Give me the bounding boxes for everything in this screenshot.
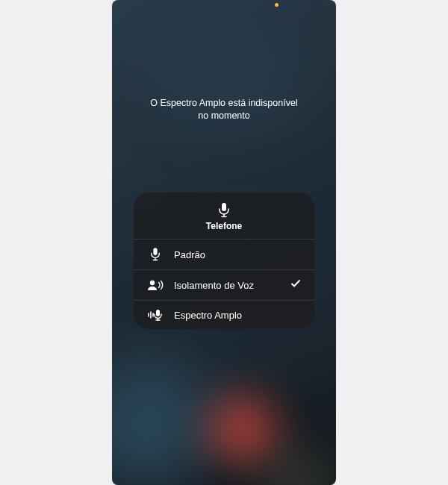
wide-spectrum-icon	[147, 309, 164, 321]
mic-mode-option-voice-isolation[interactable]: Isolamento de Voz	[134, 269, 314, 300]
status-message: O Espectro Amplo está indisponívelno mom…	[112, 97, 336, 122]
mic-mode-panel: Telefone Padrão	[134, 193, 314, 329]
phone-screen: O Espectro Amplo está indisponívelno mom…	[112, 0, 336, 485]
svg-rect-10	[156, 310, 160, 316]
check-icon	[290, 278, 302, 292]
voice-isolate-icon	[147, 279, 164, 291]
panel-title: Telefone	[134, 221, 314, 231]
option-label: Isolamento de Voz	[174, 280, 280, 291]
panel-header: Telefone	[134, 193, 314, 239]
svg-point-6	[150, 281, 155, 285]
mic-icon	[147, 248, 164, 261]
svg-rect-0	[222, 203, 226, 211]
bg-blob	[112, 358, 217, 485]
option-label: Espectro Amplo	[174, 310, 280, 321]
bg-blob	[276, 463, 321, 485]
mic-active-indicator	[275, 3, 279, 7]
mic-mode-option-wide-spectrum[interactable]: Espectro Amplo	[134, 300, 314, 329]
bg-blob-red	[209, 395, 276, 463]
mic-icon	[134, 203, 314, 218]
mic-mode-option-standard[interactable]: Padrão	[134, 239, 314, 269]
option-label: Padrão	[174, 249, 280, 260]
svg-rect-3	[153, 248, 157, 255]
